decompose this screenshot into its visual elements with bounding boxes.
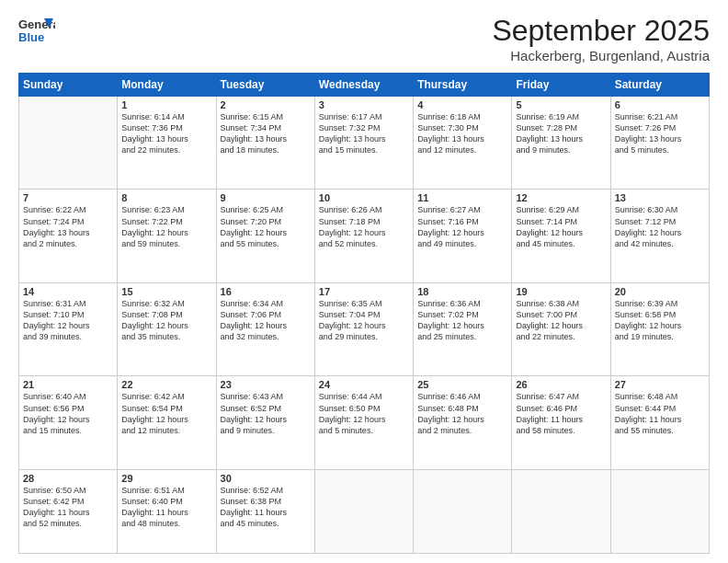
- header-thursday: Thursday: [414, 74, 512, 97]
- day-info: Sunrise: 6:52 AM Sunset: 6:38 PM Dayligh…: [221, 485, 311, 530]
- day-info: Sunrise: 6:23 AM Sunset: 7:22 PM Dayligh…: [121, 204, 211, 249]
- day-info: Sunrise: 6:31 AM Sunset: 7:10 PM Dayligh…: [23, 298, 113, 343]
- day-number: 9: [221, 192, 311, 203]
- calendar-cell: 24Sunrise: 6:44 AM Sunset: 6:50 PM Dayli…: [314, 376, 413, 469]
- calendar-cell: 16Sunrise: 6:34 AM Sunset: 7:06 PM Dayli…: [216, 282, 314, 375]
- calendar-cell: [19, 97, 118, 190]
- day-info: Sunrise: 6:43 AM Sunset: 6:52 PM Dayligh…: [221, 391, 311, 436]
- day-number: 5: [516, 99, 606, 110]
- title-section: September 2025 Hackerberg, Burgenland, A…: [492, 14, 710, 63]
- day-info: Sunrise: 6:47 AM Sunset: 6:46 PM Dayligh…: [516, 391, 606, 436]
- calendar-cell: 30Sunrise: 6:52 AM Sunset: 6:38 PM Dayli…: [216, 469, 314, 553]
- calendar-week-row: 21Sunrise: 6:40 AM Sunset: 6:56 PM Dayli…: [19, 376, 710, 469]
- location: Hackerberg, Burgenland, Austria: [492, 48, 710, 63]
- calendar-cell: 14Sunrise: 6:31 AM Sunset: 7:10 PM Dayli…: [19, 282, 118, 375]
- day-number: 24: [319, 379, 409, 390]
- day-info: Sunrise: 6:42 AM Sunset: 6:54 PM Dayligh…: [121, 391, 211, 436]
- header-friday: Friday: [512, 74, 610, 97]
- day-number: 21: [23, 379, 113, 390]
- day-info: Sunrise: 6:17 AM Sunset: 7:32 PM Dayligh…: [319, 111, 409, 156]
- day-info: Sunrise: 6:39 AM Sunset: 6:58 PM Dayligh…: [615, 298, 705, 343]
- calendar-cell: 29Sunrise: 6:51 AM Sunset: 6:40 PM Dayli…: [118, 469, 216, 553]
- day-info: Sunrise: 6:35 AM Sunset: 7:04 PM Dayligh…: [319, 298, 409, 343]
- day-number: 20: [615, 286, 705, 297]
- day-info: Sunrise: 6:21 AM Sunset: 7:26 PM Dayligh…: [615, 111, 705, 156]
- calendar-cell: 17Sunrise: 6:35 AM Sunset: 7:04 PM Dayli…: [314, 282, 413, 375]
- page: General Blue September 2025 Hackerberg, …: [0, 0, 728, 563]
- calendar-cell: 28Sunrise: 6:50 AM Sunset: 6:42 PM Dayli…: [19, 469, 118, 553]
- day-number: 15: [121, 286, 211, 297]
- day-number: 14: [23, 286, 113, 297]
- calendar-table: Sunday Monday Tuesday Wednesday Thursday…: [18, 73, 710, 554]
- svg-text:Blue: Blue: [18, 30, 44, 44]
- calendar-cell: 25Sunrise: 6:46 AM Sunset: 6:48 PM Dayli…: [414, 376, 512, 469]
- calendar-cell: 5Sunrise: 6:19 AM Sunset: 7:28 PM Daylig…: [512, 97, 610, 190]
- day-info: Sunrise: 6:48 AM Sunset: 6:44 PM Dayligh…: [615, 391, 705, 436]
- calendar-cell: [414, 469, 512, 553]
- day-number: 4: [417, 99, 507, 110]
- day-number: 10: [319, 192, 409, 203]
- day-number: 22: [121, 379, 211, 390]
- day-info: Sunrise: 6:46 AM Sunset: 6:48 PM Dayligh…: [417, 391, 507, 436]
- calendar-cell: 3Sunrise: 6:17 AM Sunset: 7:32 PM Daylig…: [314, 97, 413, 190]
- day-info: Sunrise: 6:15 AM Sunset: 7:34 PM Dayligh…: [221, 111, 311, 156]
- calendar-cell: 18Sunrise: 6:36 AM Sunset: 7:02 PM Dayli…: [414, 282, 512, 375]
- day-info: Sunrise: 6:25 AM Sunset: 7:20 PM Dayligh…: [221, 204, 311, 249]
- day-number: 18: [417, 286, 507, 297]
- calendar-cell: 26Sunrise: 6:47 AM Sunset: 6:46 PM Dayli…: [512, 376, 610, 469]
- day-number: 7: [23, 192, 113, 203]
- day-number: 26: [516, 379, 606, 390]
- calendar-cell: [512, 469, 610, 553]
- header-wednesday: Wednesday: [314, 74, 413, 97]
- calendar-cell: 6Sunrise: 6:21 AM Sunset: 7:26 PM Daylig…: [610, 97, 709, 190]
- header-saturday: Saturday: [610, 74, 709, 97]
- calendar-cell: 12Sunrise: 6:29 AM Sunset: 7:14 PM Dayli…: [512, 190, 610, 282]
- day-info: Sunrise: 6:44 AM Sunset: 6:50 PM Dayligh…: [319, 391, 409, 436]
- calendar-cell: 4Sunrise: 6:18 AM Sunset: 7:30 PM Daylig…: [414, 97, 512, 190]
- day-number: 28: [23, 473, 113, 484]
- logo-icon: General Blue: [18, 14, 55, 47]
- day-number: 1: [121, 99, 211, 110]
- day-info: Sunrise: 6:29 AM Sunset: 7:14 PM Dayligh…: [516, 204, 606, 249]
- day-number: 6: [615, 99, 705, 110]
- calendar-cell: 22Sunrise: 6:42 AM Sunset: 6:54 PM Dayli…: [118, 376, 216, 469]
- day-info: Sunrise: 6:34 AM Sunset: 7:06 PM Dayligh…: [221, 298, 311, 343]
- calendar-cell: [314, 469, 413, 553]
- calendar-cell: 11Sunrise: 6:27 AM Sunset: 7:16 PM Dayli…: [414, 190, 512, 282]
- day-info: Sunrise: 6:36 AM Sunset: 7:02 PM Dayligh…: [417, 298, 507, 343]
- calendar-cell: 27Sunrise: 6:48 AM Sunset: 6:44 PM Dayli…: [610, 376, 709, 469]
- calendar-week-row: 1Sunrise: 6:14 AM Sunset: 7:36 PM Daylig…: [19, 97, 710, 190]
- calendar-cell: 2Sunrise: 6:15 AM Sunset: 7:34 PM Daylig…: [216, 97, 314, 190]
- day-number: 3: [319, 99, 409, 110]
- header-monday: Monday: [118, 74, 216, 97]
- calendar-header-row: Sunday Monday Tuesday Wednesday Thursday…: [19, 74, 710, 97]
- day-number: 27: [615, 379, 705, 390]
- day-number: 12: [516, 192, 606, 203]
- day-info: Sunrise: 6:50 AM Sunset: 6:42 PM Dayligh…: [23, 485, 113, 530]
- calendar-cell: [610, 469, 709, 553]
- month-title: September 2025: [492, 14, 710, 48]
- day-info: Sunrise: 6:51 AM Sunset: 6:40 PM Dayligh…: [121, 485, 211, 530]
- day-number: 29: [121, 473, 211, 484]
- calendar-cell: 9Sunrise: 6:25 AM Sunset: 7:20 PM Daylig…: [216, 190, 314, 282]
- day-info: Sunrise: 6:22 AM Sunset: 7:24 PM Dayligh…: [23, 204, 113, 249]
- calendar-cell: 7Sunrise: 6:22 AM Sunset: 7:24 PM Daylig…: [19, 190, 118, 282]
- day-number: 13: [615, 192, 705, 203]
- day-info: Sunrise: 6:14 AM Sunset: 7:36 PM Dayligh…: [121, 111, 211, 156]
- day-info: Sunrise: 6:26 AM Sunset: 7:18 PM Dayligh…: [319, 204, 409, 249]
- calendar-cell: 13Sunrise: 6:30 AM Sunset: 7:12 PM Dayli…: [610, 190, 709, 282]
- day-number: 8: [121, 192, 211, 203]
- day-info: Sunrise: 6:27 AM Sunset: 7:16 PM Dayligh…: [417, 204, 507, 249]
- day-info: Sunrise: 6:38 AM Sunset: 7:00 PM Dayligh…: [516, 298, 606, 343]
- calendar-week-row: 28Sunrise: 6:50 AM Sunset: 6:42 PM Dayli…: [19, 469, 710, 553]
- day-number: 23: [221, 379, 311, 390]
- day-info: Sunrise: 6:32 AM Sunset: 7:08 PM Dayligh…: [121, 298, 211, 343]
- day-number: 17: [319, 286, 409, 297]
- calendar-cell: 19Sunrise: 6:38 AM Sunset: 7:00 PM Dayli…: [512, 282, 610, 375]
- day-number: 11: [417, 192, 507, 203]
- day-number: 25: [417, 379, 507, 390]
- day-info: Sunrise: 6:18 AM Sunset: 7:30 PM Dayligh…: [417, 111, 507, 156]
- calendar-cell: 8Sunrise: 6:23 AM Sunset: 7:22 PM Daylig…: [118, 190, 216, 282]
- header: General Blue September 2025 Hackerberg, …: [18, 14, 710, 63]
- day-number: 2: [221, 99, 311, 110]
